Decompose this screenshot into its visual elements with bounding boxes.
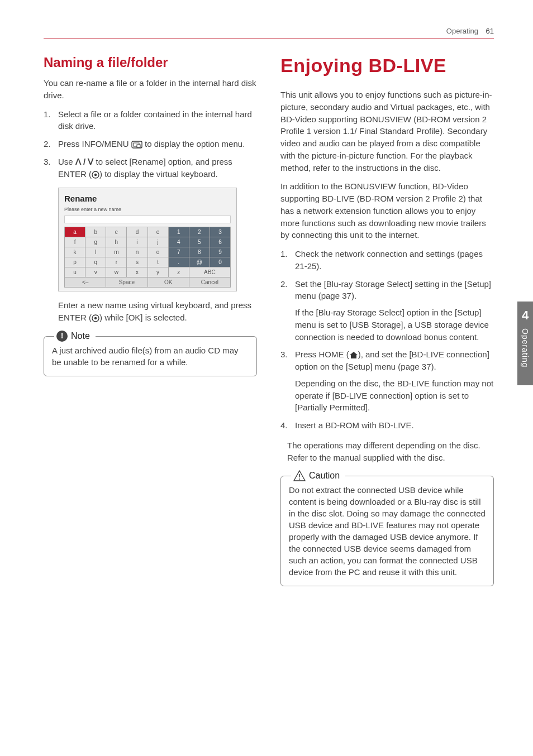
caution-label-text: Caution (309, 470, 340, 482)
step-text: ) to display the virtual keyboard. (99, 169, 218, 179)
kbd-key: z (168, 267, 189, 277)
list-item: Press INFO/MENU to display the option me… (44, 138, 257, 150)
step-text: Select a file or a folder contained in t… (58, 109, 252, 131)
kbd-key: j (147, 237, 168, 247)
kbd-key: k (65, 247, 85, 257)
kbd-backspace: <– (65, 277, 106, 288)
right-title: Enjoying BD-LIVE (280, 55, 494, 76)
kbd-key: f (65, 237, 85, 247)
svg-point-6 (94, 317, 97, 319)
kbd-key: q (85, 257, 106, 267)
step-sub: Depending on the disc, the BD-LIVE funct… (295, 377, 494, 414)
kbd-key: 9 (210, 247, 230, 257)
kbd-key: r (106, 257, 127, 267)
kbd-key: w (106, 267, 127, 277)
step-text: Check the network connection and setting… (295, 249, 483, 271)
kbd-key: x (127, 267, 147, 277)
list-item: Set the [Blu-ray Storage Select] setting… (280, 278, 494, 343)
note-body: A just archived audio file(s) from an au… (52, 346, 238, 367)
kbd-key: ABC (189, 267, 230, 277)
kbd-key: p (65, 257, 85, 267)
svg-point-8 (299, 479, 300, 480)
right-steps: Check the network connection and setting… (280, 248, 494, 432)
kbd-key: o (147, 247, 168, 257)
kbd-key: u (65, 267, 85, 277)
manual-page: Operating 61 Naming a file/folder You ca… (0, 0, 533, 609)
step-text: to display the option menu. (142, 139, 245, 149)
header-page-number: 61 (486, 27, 494, 35)
kbd-key: m (106, 247, 127, 257)
kbd-key: 4 (168, 237, 189, 247)
list-item: Insert a BD-ROM with BD-LIVE. (280, 419, 494, 432)
step-text: Use (58, 157, 75, 166)
right-closing: The operations may different depending o… (287, 439, 494, 464)
after-keyboard-text: Enter a new name using virtual keyboard,… (58, 299, 257, 324)
note-label: ! Note (54, 330, 96, 342)
kbd-key: e (147, 227, 168, 237)
up-down-arrows-icon: ᐱ / ᐯ (75, 157, 94, 166)
side-tab: 4 Operating (517, 302, 533, 385)
step-text: Set the [Blu-ray Storage Select] setting… (295, 279, 491, 301)
list-item: Select a file or a folder contained in t… (44, 108, 257, 133)
list-item: Use ᐱ / ᐯ to select [Rename] option, and… (44, 156, 257, 180)
svg-rect-2 (137, 145, 140, 147)
list-item: Check the network connection and setting… (280, 248, 494, 272)
kbd-key: 2 (189, 227, 210, 237)
note-icon: ! (56, 331, 68, 342)
step-text: Press INFO/MENU (58, 139, 131, 149)
caution-body: Do not extract the connected USB device … (289, 485, 486, 577)
header-section: Operating (446, 27, 478, 35)
page-header: Operating 61 (44, 27, 494, 39)
kbd-name-input (64, 216, 231, 223)
enter-icon (92, 314, 99, 322)
kbd-key: h (106, 237, 127, 247)
svg-point-4 (94, 173, 97, 175)
kbd-key: c (106, 227, 127, 237)
side-tab-label: Operating (521, 328, 530, 367)
kbd-key: 6 (210, 237, 230, 247)
kbd-key: g (85, 237, 106, 247)
kbd-key: l (85, 247, 106, 257)
kbd-title: Rename (64, 194, 231, 203)
kbd-key: 8 (189, 247, 210, 257)
step-sub: If the [Blu-ray Storage Select] option i… (295, 307, 494, 343)
kbd-key: y (147, 267, 168, 277)
kbd-key: 5 (189, 237, 210, 247)
right-column: Enjoying BD-LIVE This unit allows you to… (280, 55, 494, 586)
left-column: Naming a file/folder You can re-name a f… (44, 55, 257, 586)
kbd-space: Space (106, 277, 147, 288)
left-steps: Select a file or a folder contained in t… (44, 108, 257, 180)
caution-icon (293, 470, 306, 481)
kbd-key: @ (189, 257, 210, 267)
home-icon (349, 351, 358, 359)
kbd-key: n (127, 247, 147, 257)
enter-icon (92, 171, 99, 179)
kbd-subtitle: Please enter a new name (64, 207, 231, 212)
kbd-key: s (127, 257, 147, 267)
kbd-key: a (65, 227, 85, 237)
caution-callout: Caution Do not extract the connected USB… (280, 476, 494, 586)
kbd-key: v (85, 267, 106, 277)
kbd-key: b (85, 227, 106, 237)
list-item: Press HOME (), and set the [BD-LIVE conn… (280, 348, 494, 414)
note-callout: ! Note A just archived audio file(s) fro… (44, 336, 257, 376)
step-text: Press HOME ( (295, 350, 349, 359)
virtual-keyboard-figure: Rename Please enter a new name a b c d e… (58, 188, 237, 291)
kbd-grid: a b c d e 1 2 3 f g h i j (64, 227, 231, 288)
left-title: Naming a file/folder (44, 55, 257, 70)
note-label-text: Note (71, 330, 90, 342)
kbd-key: t (147, 257, 168, 267)
kbd-ok: OK (147, 277, 189, 288)
caution-label: Caution (291, 470, 345, 482)
content-columns: Naming a file/folder You can re-name a f… (44, 55, 494, 586)
kbd-key: . (168, 257, 189, 267)
kbd-cancel: Cancel (189, 277, 230, 288)
right-p1: This unit allows you to enjoy functions … (280, 89, 494, 174)
kbd-key: 0 (210, 257, 230, 267)
kbd-key: i (127, 237, 147, 247)
side-tab-number: 4 (522, 308, 529, 323)
left-intro: You can re-name a file or a folder in th… (44, 77, 257, 102)
kbd-key: 7 (168, 247, 189, 257)
kbd-key: d (127, 227, 147, 237)
kbd-key: 3 (210, 227, 230, 237)
